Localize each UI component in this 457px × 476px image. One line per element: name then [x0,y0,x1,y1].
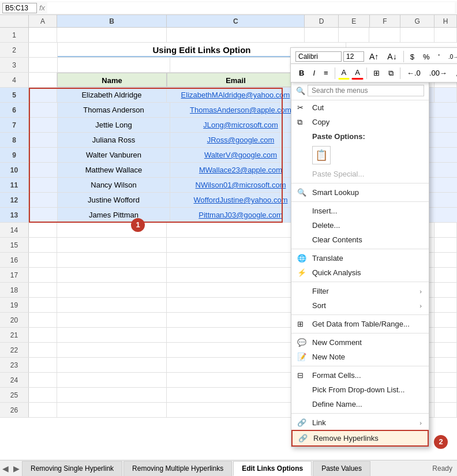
col-header-e[interactable]: E [339,15,370,27]
font-color-button[interactable]: A [351,66,364,80]
ctx-quick-analysis[interactable]: ⚡ Quick Analysis [291,265,429,280]
cell-a12[interactable] [29,193,58,207]
cell-a25[interactable] [29,388,57,402]
cell-h23[interactable] [434,358,457,372]
cell-h20[interactable] [434,313,457,327]
cell-d1[interactable] [305,28,339,42]
increase-decimal-icon[interactable]: .0→ [445,52,457,62]
ctx-new-comment[interactable]: 💬 New Comment [291,335,429,350]
percent-icon[interactable]: % [419,51,433,63]
header-name[interactable]: Name [57,73,167,87]
borders-button[interactable]: ⊞ [370,67,383,79]
ctx-search-input[interactable] [308,85,424,96]
ctx-clear-contents[interactable]: Clear Contents [291,233,429,247]
cell-h19[interactable] [434,298,457,312]
cell-h16[interactable] [434,253,457,267]
col-header-h[interactable]: H [434,15,457,27]
bold-button[interactable]: B [295,67,308,79]
cell-a8[interactable] [29,133,58,147]
cell-a9[interactable] [29,148,58,162]
cell-f1[interactable] [369,28,400,42]
cell-h21[interactable] [434,328,457,342]
paste-icon-btn[interactable]: 📋 [312,146,331,164]
cell-b24[interactable] [57,373,167,387]
cell-b10[interactable]: Matthew Wallace [58,163,170,177]
cell-a19[interactable] [29,298,57,312]
ctx-remove-hyperlinks[interactable]: 🔗 Remove Hyperlinks [291,430,429,447]
increase-indent[interactable]: ←.0 [403,67,424,79]
cell-a21[interactable] [29,328,57,342]
cell-c1[interactable] [167,28,305,42]
cell-a18[interactable] [29,283,57,297]
cell-c26[interactable] [167,403,305,417]
cell-a5[interactable] [29,88,57,102]
align-button[interactable]: ≡ [320,67,332,79]
cell-a23[interactable] [29,358,57,372]
italic-button[interactable]: I [309,67,319,79]
ctx-pick-dropdown[interactable]: Pick From Drop-down List... [291,383,429,397]
cell-b9[interactable]: Walter Vanburen [58,148,170,162]
cell-b15[interactable] [57,238,167,252]
cell-c17[interactable] [167,268,305,282]
ctx-copy[interactable]: ⧉ Copy [291,115,429,129]
ctx-smart-lookup[interactable]: 🔍 Smart Lookup [291,185,429,200]
comma-icon[interactable]: ' [434,51,443,63]
cell-a11[interactable] [29,178,58,192]
header-email[interactable]: Email [167,73,305,87]
tab-scroll-right[interactable]: ▶ [11,464,22,473]
cell-b20[interactable] [57,313,167,327]
cell-c15[interactable] [167,238,305,252]
cell-a10[interactable] [29,163,58,177]
cell-b8[interactable]: Juliana Ross [58,133,170,147]
cell-b17[interactable] [57,268,167,282]
cell-b16[interactable] [57,253,167,267]
cell-a15[interactable] [29,238,57,252]
cell-b22[interactable] [57,343,167,357]
decrease-font-icon[interactable]: A↓ [384,50,400,63]
formula-input[interactable] [47,2,455,13]
sheet-tab-4[interactable]: Paste Values [313,461,370,476]
cell-a6[interactable] [29,103,58,117]
ctx-delete[interactable]: Delete... [291,218,429,233]
cell-e1[interactable] [339,28,370,42]
cell-h1[interactable] [434,28,457,42]
cell-c16[interactable] [167,253,305,267]
cell-h17[interactable] [434,268,457,282]
cell-c23[interactable] [167,358,305,372]
cell-h22[interactable] [434,343,457,357]
ctx-define-name[interactable]: Define Name... [291,397,429,411]
cell-a2[interactable] [29,43,58,57]
cell-h15[interactable] [434,238,457,252]
sheet-tab-2[interactable]: Removing Multiple Hyperlinks [123,461,232,476]
cell-a14[interactable] [29,223,57,237]
cell-a20[interactable] [29,313,57,327]
cell-b21[interactable] [57,328,167,342]
highlight-color-button[interactable]: A [338,66,350,80]
col-header-a[interactable]: A [29,15,57,27]
cell-c18[interactable] [167,283,305,297]
cell-b13[interactable]: James Pittman [58,208,170,222]
cell-a7[interactable] [29,118,58,132]
cell-b19[interactable] [57,298,167,312]
cell-b11[interactable]: Nancy Wilson [58,178,170,192]
cell-c25[interactable] [167,388,305,402]
tab-scroll-left[interactable]: ◀ [0,464,11,473]
merge-button[interactable]: ⧉ [385,67,397,80]
mini-font-name[interactable] [295,51,342,62]
ctx-translate[interactable]: 🌐 Translate [291,251,429,265]
name-box[interactable] [2,3,37,13]
col-header-b[interactable]: B [57,15,167,27]
cell-h25[interactable] [434,388,457,402]
cell-b1[interactable] [57,28,167,42]
cell-c21[interactable] [167,328,305,342]
cell-a26[interactable] [29,403,57,417]
cell-c24[interactable] [167,373,305,387]
cell-h26[interactable] [434,403,457,417]
cell-a16[interactable] [29,253,57,267]
ctx-new-note[interactable]: 📝 New Note [291,350,429,364]
cell-h5[interactable] [434,88,457,102]
cell-c19[interactable] [167,298,305,312]
sheet-tab-3[interactable]: Edit Links Options [233,461,312,476]
cell-h24[interactable] [434,373,457,387]
ctx-get-data[interactable]: ⊞ Get Data from Table/Range... [291,317,429,331]
